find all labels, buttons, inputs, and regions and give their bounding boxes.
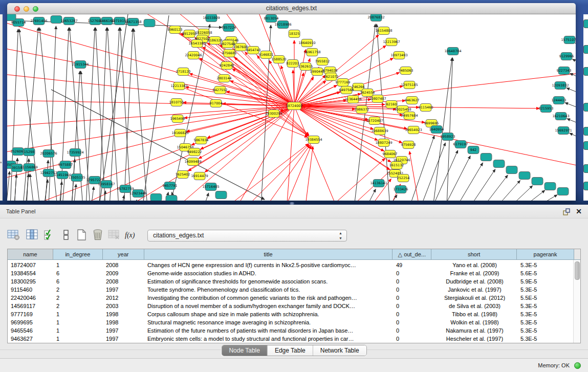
column-header-title[interactable]: title — [144, 249, 393, 260]
cell-in-degree: 2 — [53, 286, 103, 294]
graph-node-label: 19654923 — [405, 128, 422, 132]
graph-node[interactable] — [481, 154, 492, 161]
table-row[interactable]: 1872400712008Changes of HCN gene express… — [8, 261, 580, 269]
cell-pagerank: 5.3E-5 — [517, 261, 575, 269]
graph-node-label: 1640954 — [429, 127, 444, 132]
tab-edge-table[interactable]: Edge Table — [268, 345, 313, 356]
graph-node-label: 8454743 — [246, 48, 261, 52]
graph-node-label: 13505135 — [68, 176, 85, 180]
cell-title: Corpus callosum shape and size in male p… — [144, 310, 393, 318]
cell-in-degree: 2 — [53, 294, 103, 302]
graph-node-label: 15751074 — [561, 38, 576, 42]
cell-year: 1998 — [103, 310, 144, 318]
graph-node-label: 18300295 — [265, 112, 282, 116]
cell-pagerank: 5.5E-5 — [517, 294, 575, 302]
column-header-pagerank[interactable]: pagerank — [517, 249, 574, 260]
graph-node-label: 1621072 — [324, 75, 339, 79]
graph-node-label: 9242848 — [220, 63, 234, 68]
column-checklist-icon[interactable] — [43, 229, 57, 242]
cell-out-de-: 49 — [393, 261, 432, 269]
network-view-canvas[interactable]: 1872400718300295193845548960123891295518… — [7, 14, 576, 201]
network-window-titlebar[interactable]: citations_edges.txt — [7, 3, 576, 14]
graph-edge — [7, 171, 10, 201]
graph-edge — [200, 58, 294, 106]
graph-node-label: 7986372 — [355, 107, 369, 112]
status-bar: Memory: OK — [0, 358, 588, 372]
cell-in-degree: 1 — [53, 310, 103, 318]
column-header-in-degree[interactable]: in_degree — [53, 249, 103, 260]
column-header-out-de-[interactable]: △ out_de... — [393, 249, 431, 260]
graph-node-label: 917004 — [210, 101, 223, 105]
table-row[interactable]: 946554611997Estimation of the future num… — [8, 326, 580, 335]
cell-short: Jankovic et al. (1997) — [432, 286, 517, 294]
graph-node-label: 20206576 — [40, 151, 57, 156]
graph-node-label: 10807487 — [369, 97, 386, 101]
graph-edge — [110, 28, 119, 201]
graph-node-label: 16961758 — [303, 50, 320, 54]
table-row[interactable]: 2242004622012Investigating the contribut… — [8, 294, 580, 302]
table-row[interactable]: 969969511998Structural magnetic resonanc… — [8, 318, 580, 326]
table-row[interactable]: 911546021997Tourette syndrome. Phenomeno… — [8, 286, 580, 294]
graph-edge — [432, 150, 458, 201]
scrollbar-thumb[interactable] — [575, 261, 580, 280]
column-header-short[interactable]: short — [431, 249, 517, 260]
graph-node-label: 9146821 — [259, 53, 274, 57]
graph-node[interactable] — [7, 14, 16, 21]
graph-node[interactable] — [532, 178, 543, 185]
graph-edge — [100, 14, 128, 201]
graph-edge — [30, 174, 34, 201]
function-builder-icon[interactable]: f(x) — [125, 229, 139, 242]
table-mode-icon[interactable] — [7, 229, 21, 242]
cell-short: Dudbridge et al. (2008) — [432, 277, 517, 286]
create-column-icon[interactable] — [75, 229, 89, 242]
column-header-name[interactable]: name — [8, 249, 53, 260]
graph-node[interactable] — [506, 166, 517, 174]
graph-node-label: 9457791 — [163, 184, 178, 188]
graph-node[interactable] — [557, 188, 569, 195]
graph-node-label: 9115460 — [419, 105, 433, 110]
row-height-icon[interactable] — [59, 229, 74, 242]
graph-node-label: 12923446 — [129, 191, 146, 195]
show-columns-icon[interactable] — [26, 229, 40, 242]
tab-node-table[interactable]: Node Table — [222, 345, 268, 356]
graph-node-label: 6794028 — [323, 69, 338, 73]
close-panel-icon[interactable]: ✕ — [576, 207, 582, 216]
delete-column-icon[interactable] — [91, 229, 105, 242]
table-row[interactable]: 1456911722003Disruption of a novel membe… — [8, 302, 580, 310]
citation-network-graph[interactable]: 1872400718300295193845548960123891295518… — [7, 14, 576, 201]
graph-node[interactable] — [493, 160, 505, 168]
table-scrollbar[interactable] — [573, 260, 580, 343]
cell-pagerank: 5.3E-5 — [517, 302, 575, 310]
graph-node[interactable] — [215, 191, 227, 199]
cell-short: Yano et al. (2008) — [432, 261, 517, 269]
table-selector-dropdown[interactable]: citations_edges.txt ▲▼ — [147, 230, 347, 242]
cell-year: 2008 — [103, 261, 144, 269]
window-title: citations_edges.txt — [7, 3, 576, 14]
table-row[interactable]: 946362711997Embryonic stem cells: a mode… — [8, 335, 580, 343]
graph-node-label: 10688639 — [371, 129, 388, 133]
table-row[interactable]: 1938455462009Genome-wide association stu… — [8, 269, 580, 277]
delete-table-icon[interactable] — [107, 229, 122, 242]
graph-node[interactable] — [545, 183, 556, 190]
graph-node-label: 19384554 — [305, 138, 322, 142]
graph-node[interactable] — [150, 194, 162, 201]
table-row[interactable]: 1830029562008Estimation of significance … — [8, 277, 580, 286]
tab-network-table[interactable]: Network Table — [313, 345, 366, 356]
graph-node-label: 18640910 — [298, 41, 315, 45]
graph-edge — [421, 143, 445, 201]
cell-name: 9463627 — [8, 335, 53, 343]
graph-node[interactable] — [519, 172, 530, 180]
column-header-year[interactable]: year — [103, 249, 144, 260]
graph-node-label: 16671358 — [124, 20, 141, 24]
cell-name: 22420046 — [8, 294, 53, 302]
graph-edge — [74, 184, 76, 201]
cell-name: 9465546 — [8, 326, 53, 335]
table-row[interactable]: 977716911998Corpus callosum shape and si… — [8, 310, 580, 318]
graph-node-label: 942 — [470, 148, 476, 152]
float-panel-icon[interactable] — [562, 208, 571, 216]
cell-in-degree: 2 — [53, 302, 103, 310]
graph-node[interactable] — [166, 195, 177, 201]
graph-node-label: 252254 — [397, 176, 410, 180]
graph-node[interactable] — [144, 19, 155, 27]
graph-node-label: 8215953 — [539, 106, 554, 111]
